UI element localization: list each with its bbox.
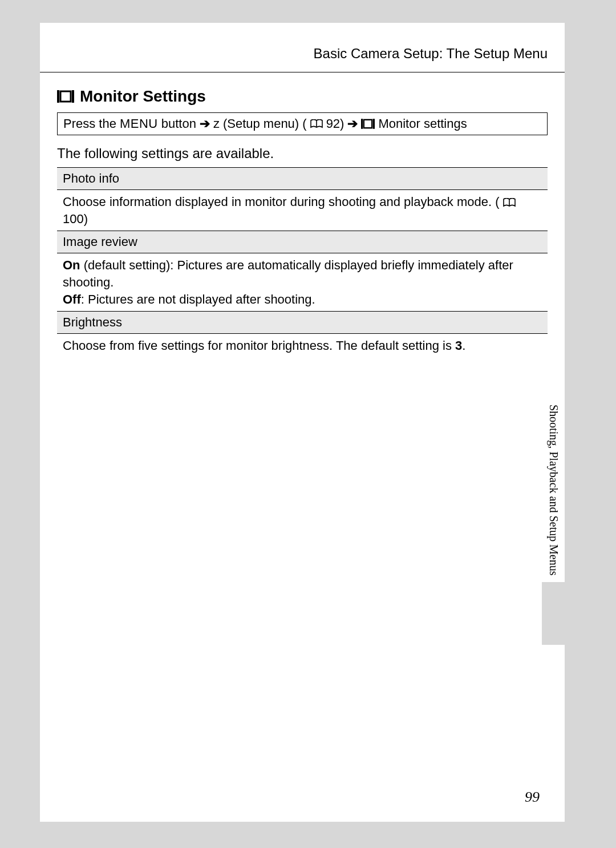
setup-symbol: z [213,116,220,131]
row-head-photo-info: Photo info [57,168,548,190]
image-review-off-text: : Pictures are not displayed after shoot… [81,292,315,306]
photo-info-pageref: 100) [63,212,88,226]
side-tab-shade [542,582,565,645]
image-review-on-label: On [63,258,80,272]
nav-after-menu: button [161,116,196,131]
svg-rect-1 [72,90,74,103]
row-body-photo-info: Choose information displayed in monitor … [57,190,548,231]
setup-text: (Setup menu) ( [223,116,307,131]
arrow-icon: ➔ [347,116,358,131]
svg-rect-2 [60,91,71,102]
nav-monitor-text: Monitor settings [378,116,467,131]
brightness-text-a: Choose from five settings for monitor br… [63,338,455,353]
document-page: Basic Camera Setup: The Setup Menu Monit… [40,23,565,822]
row-head-brightness: Brightness [57,312,548,334]
image-review-off-label: Off [63,292,81,306]
image-review-on-text: (default setting): Pictures are automati… [63,258,513,289]
svg-rect-6 [364,120,372,128]
page-number: 99 [525,789,540,806]
row-body-brightness: Choose from five settings for monitor br… [57,334,548,358]
nav-pageref-1: 92) [326,116,345,131]
row-head-image-review: Image review [57,231,548,253]
row-body-image-review: On (default setting): Pictures are autom… [57,253,548,312]
book-icon [503,198,516,207]
section-title-text: Monitor Settings [80,87,206,106]
settings-table: Photo info Choose information displayed … [57,167,548,358]
svg-rect-0 [57,90,59,103]
monitor-icon [57,90,74,103]
monitor-icon [361,119,375,129]
menu-button-label: MENU [120,116,158,131]
header-divider [40,72,565,72]
photo-info-text-a: Choose information displayed in monitor … [63,195,500,209]
book-icon [310,119,323,128]
brightness-value: 3 [455,338,462,353]
svg-rect-4 [361,119,363,129]
nav-prefix: Press the [63,116,116,131]
section-title: Monitor Settings [40,83,565,112]
svg-rect-5 [373,119,375,129]
breadcrumb: Basic Camera Setup: The Setup Menu [40,23,565,72]
brightness-text-b: . [462,338,465,353]
navigation-path-box: Press the MENU button ➔ z (Setup menu) (… [57,112,548,135]
intro-text: The following settings are available. [40,143,565,167]
side-tab-label: Shooting, Playback and Setup Menus [547,402,560,575]
arrow-icon: ➔ [200,116,210,131]
